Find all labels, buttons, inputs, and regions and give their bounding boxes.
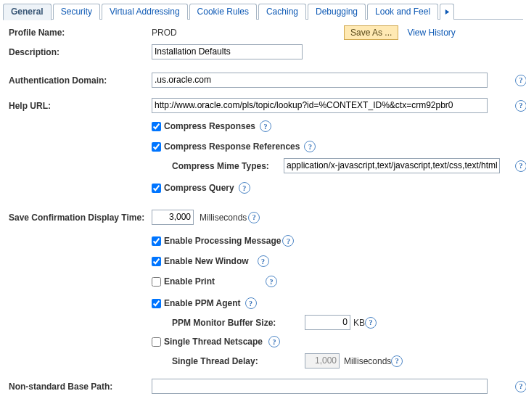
enable-print-checkbox[interactable] xyxy=(152,277,161,287)
profile-name-value: PROD xyxy=(152,28,344,38)
profile-name-label: Profile Name: xyxy=(9,28,152,38)
ppm-buffer-label: PPM Monitor Buffer Size: xyxy=(172,318,284,328)
enable-new-window-label: Enable New Window xyxy=(164,256,249,266)
tab-general[interactable]: General xyxy=(3,4,52,20)
single-thread-netscape-label: Single Thread Netscape xyxy=(164,337,263,347)
help-icon[interactable]: ? xyxy=(260,120,271,132)
help-icon[interactable]: ? xyxy=(245,297,257,309)
help-icon[interactable]: ? xyxy=(282,235,294,247)
tab-debugging[interactable]: Debugging xyxy=(308,4,366,20)
tab-look-and-feel[interactable]: Look and Feel xyxy=(367,4,438,20)
help-icon[interactable]: ? xyxy=(239,182,250,194)
help-icon[interactable]: ? xyxy=(515,100,526,112)
tab-virtual-addressing[interactable]: Virtual Addressing xyxy=(102,4,188,20)
compress-response-refs-checkbox[interactable] xyxy=(152,142,161,152)
compress-responses-label: Compress Responses xyxy=(164,121,255,131)
save-as-button[interactable]: Save As ... xyxy=(344,25,398,40)
save-conf-time-input[interactable] xyxy=(152,210,194,225)
ms-unit: Milliseconds xyxy=(200,213,247,223)
save-conf-time-label: Save Confirmation Display Time: xyxy=(9,213,152,223)
compress-response-refs-label: Compress Response References xyxy=(164,141,300,152)
enable-ppm-label: Enable PPM Agent xyxy=(164,298,241,308)
help-icon[interactable]: ? xyxy=(266,276,277,287)
compress-mime-types-input[interactable] xyxy=(284,158,500,173)
svg-marker-0 xyxy=(445,9,448,15)
help-icon[interactable]: ? xyxy=(258,255,269,267)
description-label: Description: xyxy=(9,47,152,57)
help-url-input[interactable] xyxy=(152,98,488,113)
kb-unit: KB xyxy=(353,318,365,328)
non-std-base-label: Non-standard Base Path: xyxy=(9,382,152,392)
compress-query-label: Compress Query xyxy=(164,183,234,193)
compress-query-checkbox[interactable] xyxy=(152,184,161,193)
auth-domain-label: Authentication Domain: xyxy=(9,75,152,86)
description-input[interactable] xyxy=(152,44,303,59)
general-panel: Profile Name: PROD Save As ... View Hist… xyxy=(3,20,523,404)
tab-bar: General Security Virtual Addressing Cook… xyxy=(3,3,523,20)
enable-proc-msg-checkbox[interactable] xyxy=(152,236,161,246)
single-thread-netscape-checkbox[interactable] xyxy=(152,337,161,347)
help-icon[interactable]: ? xyxy=(365,317,377,329)
tab-caching[interactable]: Caching xyxy=(258,4,306,20)
tab-cookie-rules[interactable]: Cookie Rules xyxy=(189,4,257,20)
single-thread-delay-label: Single Thread Delay: xyxy=(172,356,284,366)
enable-new-window-checkbox[interactable] xyxy=(152,257,161,266)
ppm-buffer-input[interactable] xyxy=(305,315,350,330)
enable-print-label: Enable Print xyxy=(164,276,215,287)
tab-security[interactable]: Security xyxy=(53,4,100,20)
help-icon[interactable]: ? xyxy=(248,212,260,223)
tab-scroll-right-icon[interactable] xyxy=(440,4,454,20)
enable-proc-msg-label: Enable Processing Message xyxy=(164,236,281,246)
help-icon[interactable]: ? xyxy=(515,160,526,172)
help-icon[interactable]: ? xyxy=(515,381,526,392)
help-icon[interactable]: ? xyxy=(391,355,403,367)
non-std-base-input[interactable] xyxy=(152,379,488,394)
view-history-link[interactable]: View History xyxy=(407,28,455,38)
auth-domain-input[interactable] xyxy=(152,73,488,88)
enable-ppm-checkbox[interactable] xyxy=(152,299,161,308)
help-url-label: Help URL: xyxy=(9,101,152,111)
ms-unit: Milliseconds xyxy=(344,356,391,366)
help-icon[interactable]: ? xyxy=(515,75,526,86)
help-icon[interactable]: ? xyxy=(304,141,316,152)
single-thread-delay-input xyxy=(305,353,340,368)
help-icon[interactable]: ? xyxy=(268,336,280,347)
compress-responses-checkbox[interactable] xyxy=(152,122,161,131)
compress-mime-types-label: Compress Mime Types: xyxy=(172,161,281,171)
